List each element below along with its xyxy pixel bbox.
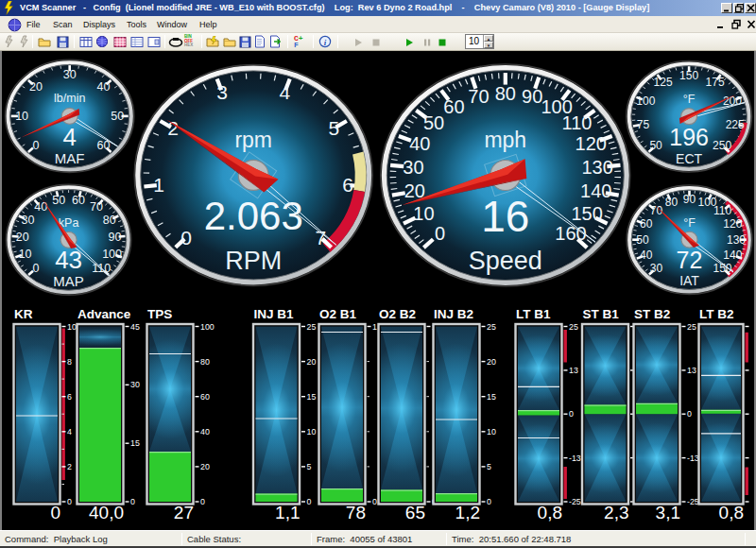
svg-text:1,2: 1,2 bbox=[455, 503, 480, 522]
svg-text:LT B2: LT B2 bbox=[699, 307, 734, 321]
svg-text:2.063: 2.063 bbox=[204, 194, 303, 238]
svg-text:25: 25 bbox=[569, 322, 578, 332]
svg-text:20: 20 bbox=[16, 231, 29, 244]
svg-text:RPM: RPM bbox=[225, 247, 282, 275]
svg-text:175: 175 bbox=[706, 76, 725, 89]
svg-text:0: 0 bbox=[32, 262, 39, 275]
svg-text:110: 110 bbox=[713, 204, 731, 217]
svg-text:ST B2: ST B2 bbox=[634, 307, 670, 321]
svg-text:30: 30 bbox=[403, 157, 423, 178]
svg-text:110: 110 bbox=[562, 112, 593, 133]
svg-text:0,8: 0,8 bbox=[538, 503, 562, 522]
svg-text:2,3: 2,3 bbox=[604, 503, 628, 522]
svg-text:130: 130 bbox=[727, 233, 746, 247]
svg-text:50: 50 bbox=[649, 139, 662, 152]
svg-text:INJ B2: INJ B2 bbox=[434, 307, 473, 321]
svg-text:Speed: Speed bbox=[469, 247, 542, 275]
svg-text:0,8: 0,8 bbox=[719, 503, 744, 522]
svg-text:225: 225 bbox=[726, 118, 745, 131]
svg-text:45: 45 bbox=[130, 322, 140, 332]
svg-text:0: 0 bbox=[67, 497, 72, 506]
svg-text:0: 0 bbox=[687, 409, 692, 419]
svg-text:O2 B1: O2 B1 bbox=[319, 307, 357, 321]
svg-text:-13: -13 bbox=[569, 454, 581, 463]
svg-text:90: 90 bbox=[522, 86, 542, 107]
svg-text:50: 50 bbox=[636, 233, 649, 247]
svg-text:120: 120 bbox=[723, 217, 742, 231]
svg-text:30: 30 bbox=[22, 214, 35, 227]
svg-text:25: 25 bbox=[487, 322, 496, 332]
svg-text:ECT: ECT bbox=[676, 151, 702, 166]
svg-text:O2 B2: O2 B2 bbox=[379, 307, 416, 321]
svg-text:0: 0 bbox=[200, 497, 205, 506]
svg-text:mph: mph bbox=[484, 128, 526, 152]
svg-text:20: 20 bbox=[307, 357, 317, 367]
svg-text:140: 140 bbox=[723, 248, 742, 262]
svg-text:100: 100 bbox=[200, 322, 215, 332]
svg-text:5: 5 bbox=[487, 462, 491, 471]
svg-text:50: 50 bbox=[52, 194, 65, 207]
svg-text:150: 150 bbox=[572, 203, 603, 224]
svg-text:-25: -25 bbox=[687, 497, 699, 506]
svg-text:-13: -13 bbox=[687, 454, 699, 463]
svg-text:MAP: MAP bbox=[53, 273, 84, 289]
svg-text:160: 160 bbox=[555, 223, 586, 244]
svg-text:120: 120 bbox=[576, 133, 607, 154]
svg-text:13: 13 bbox=[569, 366, 578, 375]
svg-text:50: 50 bbox=[111, 110, 124, 123]
svg-text:60: 60 bbox=[640, 217, 653, 231]
svg-text:40,0: 40,0 bbox=[89, 503, 124, 522]
svg-text:Advance: Advance bbox=[77, 307, 131, 321]
svg-text:30: 30 bbox=[650, 262, 663, 275]
svg-text:INJ B1: INJ B1 bbox=[254, 307, 295, 321]
svg-text:60: 60 bbox=[200, 392, 210, 402]
svg-text:LT B1: LT B1 bbox=[516, 307, 551, 321]
svg-text:rpm: rpm bbox=[234, 128, 272, 152]
svg-text:10: 10 bbox=[19, 248, 32, 261]
svg-text:16: 16 bbox=[481, 192, 529, 241]
svg-text:10: 10 bbox=[487, 427, 496, 437]
svg-text:10: 10 bbox=[67, 322, 77, 332]
svg-text:0: 0 bbox=[180, 227, 192, 248]
svg-text:0: 0 bbox=[569, 409, 574, 419]
svg-text:40: 40 bbox=[409, 133, 430, 154]
svg-text:10: 10 bbox=[413, 203, 434, 224]
svg-text:5: 5 bbox=[307, 462, 312, 471]
svg-text:10: 10 bbox=[307, 427, 317, 437]
svg-text:27: 27 bbox=[174, 503, 194, 522]
svg-text:3,1: 3,1 bbox=[656, 503, 680, 522]
svg-text:65: 65 bbox=[405, 503, 425, 522]
svg-text:TPS: TPS bbox=[147, 307, 172, 321]
svg-text:0: 0 bbox=[32, 139, 39, 152]
svg-text:90: 90 bbox=[683, 193, 696, 206]
svg-text:0: 0 bbox=[130, 497, 135, 506]
svg-text:ST B1: ST B1 bbox=[583, 307, 620, 321]
svg-text:10: 10 bbox=[15, 110, 28, 123]
svg-text:25: 25 bbox=[307, 322, 317, 332]
svg-text:MAF: MAF bbox=[55, 150, 85, 166]
svg-text:150: 150 bbox=[679, 69, 698, 82]
svg-text:78: 78 bbox=[346, 503, 366, 522]
svg-text:72: 72 bbox=[677, 247, 703, 273]
svg-text:1: 1 bbox=[372, 322, 377, 332]
svg-text:2: 2 bbox=[67, 462, 72, 471]
svg-text:°F: °F bbox=[683, 216, 696, 230]
svg-text:140: 140 bbox=[580, 180, 611, 201]
svg-text:4: 4 bbox=[280, 81, 291, 103]
svg-text:40: 40 bbox=[200, 427, 210, 437]
svg-text:5: 5 bbox=[329, 117, 340, 139]
svg-text:80: 80 bbox=[495, 83, 516, 104]
svg-text:75: 75 bbox=[637, 118, 650, 131]
svg-text:1: 1 bbox=[153, 174, 164, 196]
svg-text:15: 15 bbox=[307, 392, 317, 402]
svg-text:8: 8 bbox=[67, 357, 72, 367]
svg-text:125: 125 bbox=[654, 76, 673, 89]
svg-text:70: 70 bbox=[90, 200, 103, 214]
svg-text:80: 80 bbox=[200, 357, 210, 367]
svg-text:20: 20 bbox=[487, 357, 496, 367]
svg-text:4: 4 bbox=[67, 427, 72, 437]
svg-text:40: 40 bbox=[34, 200, 47, 214]
svg-text:0: 0 bbox=[307, 497, 312, 506]
svg-text:20: 20 bbox=[200, 462, 210, 471]
svg-text:1,1: 1,1 bbox=[275, 503, 300, 522]
